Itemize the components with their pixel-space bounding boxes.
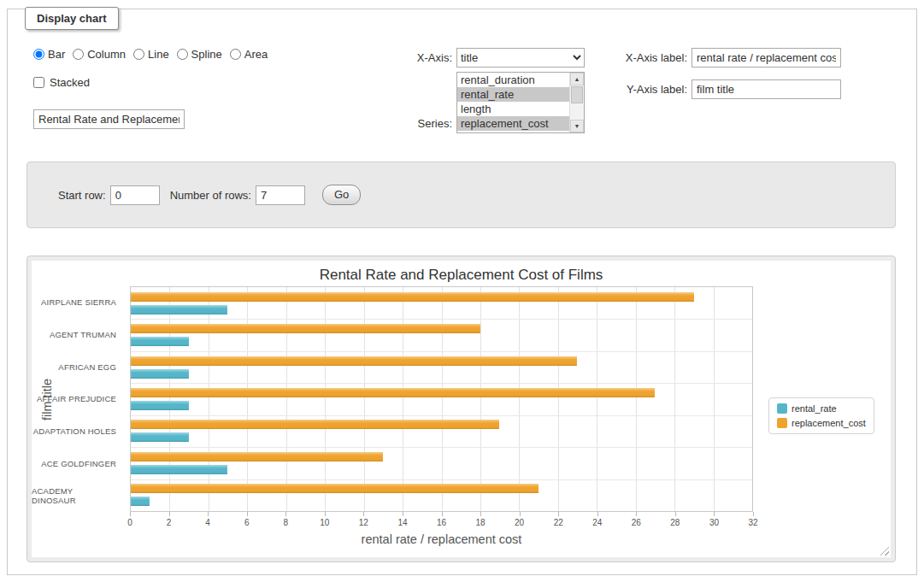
series-option-rental_rate[interactable]: rental_rate: [457, 87, 569, 102]
chart-legend: rental_ratereplacement_cost: [768, 397, 874, 434]
bar-replacement_cost[interactable]: [131, 484, 539, 493]
bar-group: [131, 319, 752, 350]
stacked-checkbox[interactable]: [33, 77, 44, 88]
chart-title-input[interactable]: [33, 109, 185, 129]
x-tick-label: 28: [670, 518, 680, 527]
chart-type-option-area[interactable]: Area: [230, 48, 268, 61]
resize-handle-icon[interactable]: [880, 546, 889, 556]
row-range-box: Start row: Number of rows: Go: [26, 162, 896, 228]
stacked-label: Stacked: [50, 76, 90, 89]
scrollbar-up-icon[interactable]: ▲: [570, 73, 584, 85]
chart-container: Rental Rate and Replacement Cost of Film…: [26, 256, 896, 562]
chart-type-radio-column[interactable]: [73, 49, 84, 60]
go-button[interactable]: Go: [322, 185, 361, 205]
x-tick-label: 8: [283, 518, 288, 527]
x-tick-label: 32: [748, 518, 757, 527]
x-axis-label-field: X-Axis label:: [612, 48, 896, 68]
bar-rental_rate[interactable]: [131, 432, 189, 442]
bar-group: [131, 287, 752, 319]
x-tick-mark: [208, 512, 209, 516]
scrollbar-thumb[interactable]: [571, 86, 583, 103]
chart-type-column: BarColumnLineSplineArea Stacked: [26, 48, 403, 129]
x-tick-labels: 02468101214161820222426283032: [130, 518, 753, 528]
x-tick-label: 12: [359, 518, 368, 527]
series-option-replacement_cost[interactable]: replacement_cost: [457, 116, 569, 131]
x-tick-mark: [403, 512, 403, 516]
series-options: rental_durationrental_ratelengthreplacem…: [457, 73, 569, 131]
scrollbar-down-icon[interactable]: ▼: [570, 120, 584, 132]
x-tick-mark: [753, 512, 754, 516]
x-tick-label: 24: [592, 518, 602, 527]
start-row-input[interactable]: [110, 185, 160, 205]
chart-type-label-bar: Bar: [48, 48, 65, 61]
category-label: AFRICAN EGG: [32, 350, 123, 383]
series-option-length[interactable]: length: [457, 102, 569, 116]
legend-item-replacement_cost[interactable]: replacement_cost: [777, 418, 866, 428]
bar-rental_rate[interactable]: [131, 337, 189, 346]
chart-type-radio-area[interactable]: [230, 49, 241, 60]
chart-type-option-column[interactable]: Column: [73, 48, 126, 61]
x-tick-label: 20: [515, 518, 524, 527]
chart-title: Rental Rate and Replacement Cost of Film…: [32, 267, 891, 284]
series-scrollbar[interactable]: ▲ ▼: [569, 73, 584, 132]
legend-label-replacement_cost: replacement_cost: [792, 418, 866, 428]
x-tick-mark: [247, 512, 248, 516]
x-axis-label-input[interactable]: [692, 48, 841, 68]
bar-group: [131, 415, 752, 447]
legend-swatch-replacement_cost: [777, 418, 787, 428]
plot-area: [130, 286, 753, 512]
num-rows-label: Number of rows:: [170, 189, 251, 202]
bar-group: [131, 351, 752, 383]
legend-item-rental_rate[interactable]: rental_rate: [777, 403, 866, 414]
series-listbox[interactable]: rental_durationrental_ratelengthreplacem…: [456, 72, 585, 133]
chart-type-option-bar[interactable]: Bar: [33, 48, 65, 61]
stacked-option[interactable]: Stacked: [33, 76, 403, 89]
bar-replacement_cost[interactable]: [131, 420, 499, 429]
bar-rental_rate[interactable]: [131, 465, 227, 474]
chart-type-radio-bar[interactable]: [33, 49, 44, 60]
x-tick-mark: [325, 512, 326, 516]
x-tick-label: 6: [244, 518, 250, 527]
bar-group: [131, 479, 752, 511]
series-field: Series: rental_durationrental_ratelength…: [403, 72, 612, 133]
bar-rental_rate[interactable]: [131, 401, 189, 410]
category-label: AGENT TRUMAN: [32, 319, 123, 351]
display-chart-panel: Display chart BarColumnLineSplineArea St…: [7, 9, 917, 575]
chart-type-option-spline[interactable]: Spline: [177, 48, 222, 61]
x-axis-field-label: X-Axis:: [403, 48, 452, 68]
y-axis-label-label: Y-Axis label:: [612, 79, 687, 99]
series-option-rental_duration[interactable]: rental_duration: [457, 73, 569, 87]
x-tick-mark: [714, 512, 715, 516]
bar-rental_rate[interactable]: [131, 497, 150, 506]
axis-series-column: X-Axis: title Series: rental_durationren…: [403, 48, 612, 138]
chart-type-radio-spline[interactable]: [177, 49, 188, 60]
x-axis-title: rental rate / replacement cost: [130, 532, 753, 546]
chart-type-option-line[interactable]: Line: [133, 48, 169, 61]
legend-label-rental_rate: rental_rate: [792, 403, 837, 414]
panel-title: Display chart: [25, 7, 119, 30]
axis-labels-column: X-Axis label: Y-Axis label:: [612, 48, 896, 111]
bar-replacement_cost[interactable]: [131, 452, 383, 461]
bar-replacement_cost[interactable]: [131, 388, 655, 397]
bar-rental_rate[interactable]: [131, 305, 227, 315]
bar-replacement_cost[interactable]: [131, 356, 577, 366]
bar-group: [131, 447, 752, 479]
legend-swatch-rental_rate: [777, 403, 787, 414]
chart-controls: BarColumnLineSplineArea Stacked X-Axis: …: [26, 48, 896, 138]
x-tick-mark: [285, 512, 286, 516]
bar-replacement_cost[interactable]: [131, 324, 480, 333]
y-axis-label-input[interactable]: [692, 79, 841, 99]
bar-replacement_cost[interactable]: [131, 292, 694, 302]
x-tick-mark: [675, 512, 676, 516]
start-row-label: Start row:: [58, 189, 106, 202]
chart-type-radio-line[interactable]: [133, 49, 144, 60]
bar-group: [131, 383, 752, 414]
x-tick-label: 2: [167, 518, 172, 527]
num-rows-input[interactable]: [256, 185, 305, 205]
bar-rental_rate[interactable]: [131, 369, 189, 379]
x-axis-label-label: X-Axis label:: [612, 48, 687, 68]
x-tick-mark: [597, 512, 598, 516]
x-axis-select[interactable]: title: [456, 48, 585, 68]
x-tick-label: 16: [437, 518, 446, 527]
chart-type-label-column: Column: [87, 48, 126, 61]
